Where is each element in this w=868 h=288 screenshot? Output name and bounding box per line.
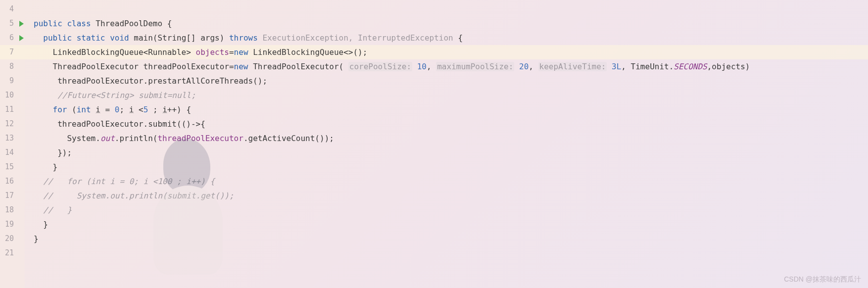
line-number[interactable]: 5: [0, 16, 25, 31]
code-line[interactable]: public class ThreadPoolDemo {: [34, 16, 868, 31]
code-line[interactable]: LinkedBlockingQueue<Runnable> objects=ne…: [25, 45, 868, 59]
parameter-hint: keepAliveTime:: [538, 62, 607, 71]
code-line[interactable]: //Future<String> submit=null;: [34, 88, 868, 102]
line-number[interactable]: 11: [0, 102, 25, 117]
code-line[interactable]: }: [34, 232, 868, 246]
code-line[interactable]: threadPoolExecutor.submit(()->{: [34, 117, 868, 131]
line-number[interactable]: 12: [0, 117, 25, 131]
run-gutter-icon[interactable]: [19, 35, 24, 41]
code-line[interactable]: System.out.println(threadPoolExecutor.ge…: [34, 131, 868, 145]
code-line[interactable]: }: [34, 160, 868, 174]
line-number[interactable]: 9: [0, 74, 25, 88]
line-number[interactable]: 6: [0, 31, 25, 45]
line-number[interactable]: 4: [0, 2, 25, 16]
code-editor: 4 5 6 7 8 9 10 11 12 13 14 15 16 17 18 1…: [0, 0, 868, 288]
code-line[interactable]: [34, 2, 868, 16]
line-number[interactable]: 19: [0, 217, 25, 232]
line-number[interactable]: 7: [0, 45, 25, 59]
code-line[interactable]: // }: [34, 203, 868, 217]
line-number[interactable]: 14: [0, 145, 25, 160]
line-number[interactable]: 10: [0, 88, 25, 102]
code-line[interactable]: for (int i = 0; i <5 ; i++) {: [34, 102, 868, 117]
code-line[interactable]: threadPoolExecutor.prestartAllCoreThread…: [34, 74, 868, 88]
code-line[interactable]: public static void main(String[] args) t…: [34, 31, 868, 45]
code-line[interactable]: });: [34, 145, 868, 160]
line-number[interactable]: 17: [0, 189, 25, 203]
line-number[interactable]: 18: [0, 203, 25, 217]
code-line[interactable]: // for (int i = 0; i <100 ; i++) {: [34, 174, 868, 189]
line-number[interactable]: 13: [0, 131, 25, 145]
run-gutter-icon[interactable]: [19, 21, 24, 27]
parameter-hint: corePoolSize:: [348, 62, 412, 71]
code-line[interactable]: [34, 246, 868, 260]
line-number[interactable]: 15: [0, 160, 25, 174]
code-line[interactable]: }: [34, 217, 868, 232]
line-number[interactable]: 21: [0, 246, 25, 260]
line-number[interactable]: 20: [0, 232, 25, 246]
gutter: 4 5 6 7 8 9 10 11 12 13 14 15 16 17 18 1…: [0, 0, 25, 288]
code-area[interactable]: public class ThreadPoolDemo { public sta…: [25, 0, 868, 288]
parameter-hint: maximumPoolSize:: [436, 62, 514, 71]
code-line[interactable]: // System.out.println(submit.get());: [34, 189, 868, 203]
watermark: CSDN @抹茶味的西瓜汁: [784, 275, 861, 284]
line-number[interactable]: 8: [0, 59, 25, 74]
code-line[interactable]: ThreadPoolExecutor threadPoolExecutor=ne…: [34, 59, 868, 74]
line-number[interactable]: 16: [0, 174, 25, 189]
